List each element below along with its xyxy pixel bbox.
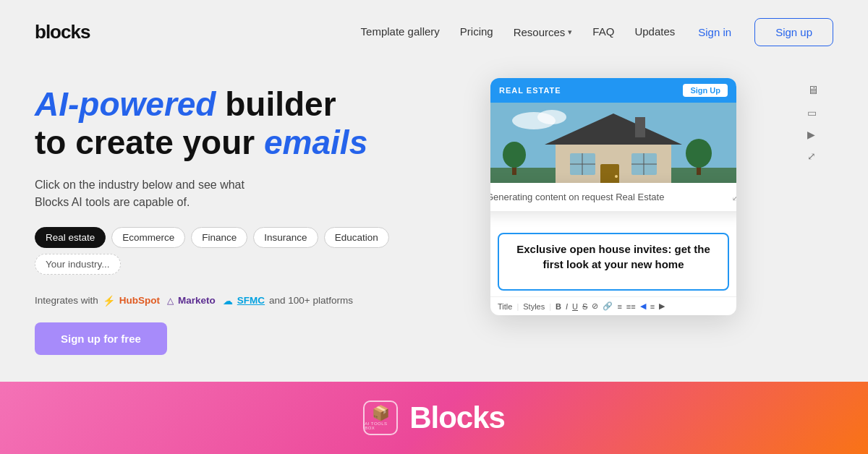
sfmc-icon: ☁ [223, 295, 233, 307]
marketo-label: Marketo [178, 295, 216, 306]
headline-emails: emails [264, 124, 367, 161]
email-header-bar: REAL ESTATE Sign Up [490, 78, 736, 103]
toolbar-ordered-list[interactable]: ≡≡ [626, 302, 636, 311]
headline-line2-start: to create your [35, 124, 264, 161]
tag-finance[interactable]: Finance [191, 227, 247, 248]
left-content: AI-powered builder to create your emails… [35, 78, 411, 355]
toolbar-link[interactable]: ⊘ [592, 301, 598, 311]
email-editor-mockup: REAL ESTATE Sign Up [490, 78, 736, 315]
email-signup-small-button[interactable]: Sign Up [683, 84, 728, 97]
svg-point-2 [537, 110, 566, 124]
nav-link-resources[interactable]: Resources [514, 26, 566, 38]
toolbar-bold[interactable]: B [556, 302, 561, 311]
hubspot-icon: ⚡ [103, 295, 115, 307]
main-area: AI-powered builder to create your emails… [0, 64, 868, 382]
nav-links: Template gallery Pricing Resources ▾ FAQ… [361, 25, 676, 38]
toolbar-align-right[interactable]: ▶ [659, 301, 665, 311]
toolbar-italic[interactable]: I [566, 302, 568, 311]
tag-ecommerce[interactable]: Ecommerce [111, 227, 185, 248]
svg-point-13 [615, 175, 618, 178]
ai-prompt-box: Generating content on request Real Estat… [490, 183, 736, 211]
svg-point-17 [686, 139, 712, 168]
nav-signup-button[interactable]: Sign up [754, 18, 833, 46]
hubspot-label: HubSpot [119, 295, 160, 306]
footer-band: 📦 ai tools box Blocks [0, 382, 868, 454]
signup-for-free-button[interactable]: Sign up for free [35, 322, 167, 355]
footer-box-icon: 📦 [372, 406, 390, 420]
chevron-down-icon: ▾ [568, 27, 572, 37]
nav-item-updates[interactable]: Updates [634, 25, 675, 38]
tag-real-estate[interactable]: Real estate [35, 227, 106, 248]
right-preview: REAL ESTATE Sign Up [440, 78, 833, 309]
tag-education[interactable]: Education [324, 227, 389, 248]
toolbar-align-left[interactable]: ◀ [640, 301, 646, 311]
nav-item-resources[interactable]: Resources ▾ [514, 26, 573, 38]
footer-brand-name: Blocks [409, 401, 505, 435]
nav-item-faq[interactable]: FAQ [592, 25, 614, 38]
marketo-icon: △ [167, 296, 174, 306]
nav-link-updates[interactable]: Updates [634, 25, 675, 38]
text-editor-area[interactable]: Exclusive open house invites: get the fi… [498, 233, 729, 291]
footer-logo-box: 📦 ai tools box [363, 401, 398, 435]
headline-ai-powered: AI-powered [35, 85, 216, 123]
nav-link-template-gallery[interactable]: Template gallery [361, 25, 440, 38]
editor-toolbar: Title | Styles | B I U S ⊘ 🔗 ≡ ≡≡ ◀ ≡ ▶ [490, 296, 736, 315]
integrates-label: Integrates with [35, 295, 98, 306]
toolbar-styles: Styles [523, 302, 545, 311]
integrations-row: Integrates with ⚡ HubSpot △ Marketo ☁ SF… [35, 295, 411, 307]
toolbar-image[interactable]: 🔗 [603, 301, 613, 311]
email-header-tag: REAL ESTATE [499, 86, 561, 95]
nav-link-faq[interactable]: FAQ [592, 25, 614, 38]
toolbar-underline[interactable]: U [572, 302, 578, 311]
ai-prompt-text: Generating content on request Real Estat… [490, 192, 664, 202]
navbar: blocks Template gallery Pricing Resource… [0, 0, 868, 64]
side-icons: 🖥 ▭ ▶ ⤢ [807, 84, 819, 162]
desktop-icon[interactable]: 🖥 [807, 84, 819, 97]
industry-tags: Real estate Ecommerce Finance Insurance … [35, 227, 411, 275]
logo[interactable]: blocks [35, 21, 90, 43]
svg-rect-18 [635, 117, 645, 137]
toolbar-sep-1: | [516, 302, 519, 311]
tablet-icon[interactable]: ▭ [807, 107, 819, 119]
toolbar-align-center[interactable]: ≡ [650, 302, 655, 311]
headline-builder: builder [216, 85, 336, 123]
toolbar-strikethrough[interactable]: S [582, 302, 587, 311]
headline: AI-powered builder to create your emails [35, 85, 411, 162]
toolbar-list[interactable]: ≡ [617, 302, 621, 311]
platforms-label: and 100+ platforms [269, 295, 353, 306]
tag-your-industry[interactable]: Your industry... [35, 254, 121, 275]
nav-item-pricing[interactable]: Pricing [460, 25, 493, 38]
expand-icon[interactable]: ⤢ [731, 190, 736, 204]
footer-icon-label: ai tools box [365, 421, 396, 430]
collapse-icon[interactable]: ⤢ [807, 150, 819, 162]
toolbar-sep-2: | [549, 302, 551, 311]
toolbar-title: Title [498, 302, 512, 311]
hero-subtext: Click on the industry below and see what… [35, 176, 411, 211]
sfmc-label: SFMC [237, 295, 265, 306]
play-icon[interactable]: ▶ [807, 129, 819, 140]
signin-link[interactable]: Sign in [698, 26, 731, 38]
nav-link-pricing[interactable]: Pricing [460, 25, 493, 38]
tag-insurance[interactable]: Insurance [253, 227, 318, 248]
editor-text: Exclusive open house invites: get the fi… [508, 241, 719, 272]
nav-item-template-gallery[interactable]: Template gallery [361, 25, 440, 38]
svg-point-15 [503, 142, 526, 168]
